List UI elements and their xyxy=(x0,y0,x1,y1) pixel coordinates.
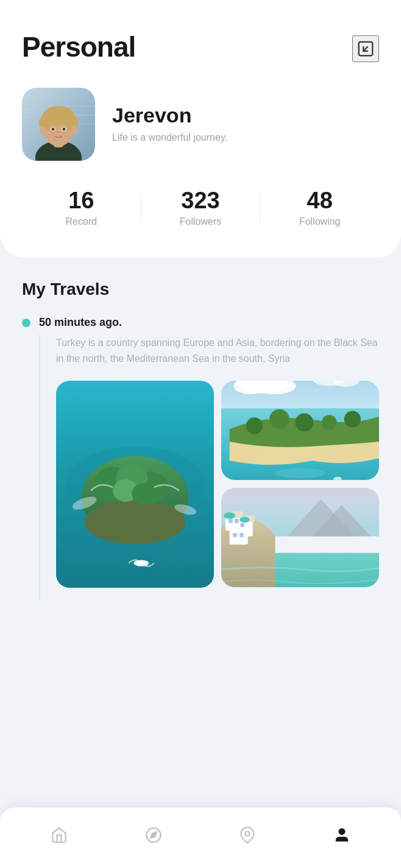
nav-home[interactable] xyxy=(41,817,77,853)
svg-rect-60 xyxy=(233,533,237,537)
profile-icon xyxy=(333,827,350,844)
svg-point-66 xyxy=(246,831,250,836)
header-row: Personal xyxy=(22,30,379,63)
svg-point-24 xyxy=(85,500,186,545)
svg-point-48 xyxy=(275,468,325,478)
stat-record-number: 16 xyxy=(22,188,141,214)
stat-followers-label: Followers xyxy=(141,216,260,227)
edit-button[interactable] xyxy=(352,35,379,62)
svg-rect-57 xyxy=(229,519,233,523)
stat-following-label: Following xyxy=(260,216,379,227)
svg-point-67 xyxy=(339,828,344,834)
edit-icon xyxy=(357,40,375,58)
profile-info: Jerevon Life is a wonderful journey. xyxy=(112,104,379,144)
svg-point-29 xyxy=(132,483,157,504)
stats-row: 16 Record 323 Followers 48 Following xyxy=(22,188,379,227)
cliff-svg xyxy=(221,488,379,587)
island-svg xyxy=(56,381,214,588)
svg-point-17 xyxy=(63,128,66,131)
svg-point-18 xyxy=(40,126,46,135)
svg-point-45 xyxy=(344,411,361,428)
compass-icon xyxy=(145,827,162,844)
page-title: Personal xyxy=(22,30,135,63)
stat-record[interactable]: 16 Record xyxy=(22,188,141,227)
svg-rect-59 xyxy=(240,523,244,528)
stat-followers-number: 323 xyxy=(141,188,260,214)
nav-location[interactable] xyxy=(229,817,266,853)
home-icon xyxy=(51,827,68,844)
bottom-nav xyxy=(0,807,401,868)
main-content: My Travels 50 minutes ago. Turkey is a c… xyxy=(0,258,401,673)
nav-profile[interactable] xyxy=(324,817,360,853)
svg-point-42 xyxy=(269,409,289,429)
profile-row: Jerevon Life is a wonderful journey. xyxy=(22,88,379,161)
post-header: 50 minutes ago. xyxy=(22,316,379,329)
profile-name: Jerevon xyxy=(112,104,379,127)
stat-followers[interactable]: 323 Followers xyxy=(141,188,260,227)
travel-image-island[interactable] xyxy=(56,381,214,588)
svg-rect-58 xyxy=(235,519,239,523)
svg-point-43 xyxy=(295,414,313,432)
svg-point-19 xyxy=(71,126,77,135)
avatar xyxy=(22,88,95,161)
svg-marker-65 xyxy=(151,832,157,838)
travel-post: 50 minutes ago. Turkey is a country span… xyxy=(22,316,379,600)
svg-point-16 xyxy=(52,128,55,131)
stat-record-label: Record xyxy=(22,216,141,227)
svg-rect-56 xyxy=(230,530,248,545)
stat-following[interactable]: 48 Following xyxy=(260,188,379,227)
travels-section-title: My Travels xyxy=(22,280,379,299)
top-section: Personal xyxy=(0,0,401,258)
travel-image-cliff[interactable] xyxy=(221,488,379,587)
travel-image-beach[interactable] xyxy=(221,381,379,480)
beach-svg xyxy=(221,381,379,480)
svg-point-62 xyxy=(224,512,235,519)
post-description: Turkey is a country spanning Europe and … xyxy=(56,335,379,366)
nav-explore[interactable] xyxy=(135,817,172,853)
stat-following-number: 48 xyxy=(260,188,379,214)
avatar-image xyxy=(22,88,95,161)
post-dot xyxy=(22,319,30,327)
svg-point-44 xyxy=(322,415,337,430)
post-time: 50 minutes ago. xyxy=(39,316,122,329)
svg-rect-61 xyxy=(240,533,244,537)
svg-point-63 xyxy=(240,517,249,523)
location-icon xyxy=(239,827,256,844)
svg-point-41 xyxy=(246,418,263,434)
post-content-area: Turkey is a country spanning Europe and … xyxy=(39,335,379,600)
profile-bio: Life is a wonderful journey. xyxy=(112,131,379,144)
image-grid xyxy=(56,381,379,588)
